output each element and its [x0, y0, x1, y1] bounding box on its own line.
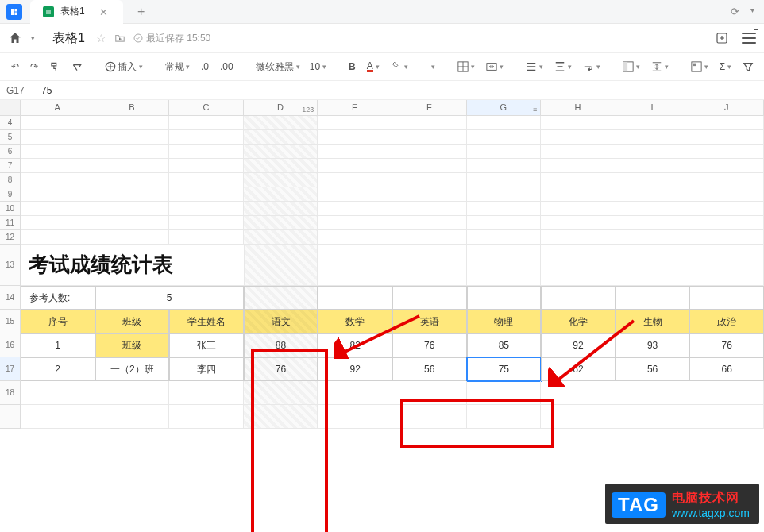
document-title[interactable]: 表格1 [52, 30, 85, 47]
data-cell[interactable]: 85 [467, 333, 542, 357]
cell[interactable] [689, 381, 764, 405]
cell[interactable] [541, 216, 615, 230]
cell[interactable] [169, 216, 244, 230]
cell[interactable] [689, 173, 764, 187]
star-icon[interactable]: ☆ [96, 32, 106, 44]
col-header-B[interactable]: B [95, 100, 170, 115]
cell[interactable] [467, 245, 542, 286]
cell[interactable] [467, 286, 542, 310]
fill-color-button[interactable]: ▾ [388, 60, 411, 74]
row-header[interactable]: 16 [0, 333, 21, 357]
cell[interactable] [541, 130, 615, 145]
data-cell[interactable]: 93 [615, 333, 690, 357]
row-header[interactable]: 11 [0, 216, 21, 230]
cell[interactable] [169, 187, 244, 202]
col-header-E[interactable]: E [318, 100, 392, 115]
redo-button[interactable]: ↷ [27, 60, 41, 74]
cell[interactable] [244, 116, 318, 130]
row-header[interactable]: 13 [0, 245, 21, 286]
col-header-G[interactable]: G≡ [467, 100, 542, 115]
cell[interactable] [467, 216, 542, 230]
cell[interactable] [169, 130, 244, 145]
cell[interactable] [318, 187, 392, 202]
freeze-button[interactable]: ▾ [619, 60, 643, 74]
cell[interactable] [95, 405, 170, 429]
refresh-icon[interactable]: ⟳ [731, 6, 739, 17]
font-size-select[interactable]: 10▾ [307, 60, 330, 74]
col-header-I[interactable]: I [615, 100, 690, 115]
cell[interactable] [169, 145, 244, 159]
cell[interactable] [21, 216, 95, 230]
cell[interactable] [689, 130, 764, 145]
cell[interactable] [169, 202, 244, 216]
cell[interactable] [244, 381, 318, 405]
cell[interactable] [689, 187, 764, 202]
cell[interactable] [95, 202, 170, 216]
undo-button[interactable]: ↶ [8, 60, 22, 74]
col-header-C[interactable]: C [169, 100, 244, 115]
cell[interactable] [689, 202, 764, 216]
cell[interactable] [244, 173, 318, 187]
row-header[interactable]: 18 [0, 381, 21, 405]
cell[interactable] [244, 286, 318, 310]
row-header[interactable] [0, 405, 21, 429]
row-header[interactable]: 17 [0, 357, 21, 381]
row-header[interactable]: 5 [0, 130, 21, 145]
col-header-F[interactable]: F [392, 100, 467, 115]
font-color-button[interactable]: A▾ [364, 60, 383, 74]
cell[interactable] [392, 381, 467, 405]
data-cell[interactable]: 1 [21, 333, 95, 357]
close-icon[interactable]: ✕ [99, 6, 110, 17]
cell[interactable] [318, 245, 392, 286]
row-header[interactable]: 14 [0, 286, 21, 310]
row-header[interactable]: 7 [0, 159, 21, 173]
cell[interactable] [169, 159, 244, 173]
cell[interactable] [169, 381, 244, 405]
col-header-cell[interactable]: 班级 [95, 310, 170, 333]
cell[interactable] [318, 405, 392, 429]
cell[interactable] [467, 381, 542, 405]
col-header-cell[interactable]: 生物 [615, 310, 690, 333]
cell[interactable] [615, 230, 690, 245]
cell[interactable] [689, 230, 764, 245]
col-header-cell[interactable]: 政治 [689, 310, 764, 333]
cell[interactable] [689, 145, 764, 159]
data-cell[interactable]: 75 [467, 357, 542, 381]
cell[interactable] [21, 145, 95, 159]
cell[interactable] [392, 286, 467, 310]
cell[interactable] [467, 187, 542, 202]
cell[interactable] [392, 173, 467, 187]
cell[interactable] [467, 202, 542, 216]
cell[interactable] [689, 159, 764, 173]
merge-button[interactable]: ▾ [483, 60, 507, 74]
col-header-cell[interactable]: 序号 [21, 310, 95, 333]
cell[interactable] [318, 116, 392, 130]
cell[interactable] [689, 286, 764, 310]
data-cell[interactable]: 56 [392, 357, 467, 381]
cell[interactable] [169, 230, 244, 245]
insert-button[interactable]: 插入▾ [102, 59, 146, 75]
tab-file-1[interactable]: 表格1 ✕ [30, 0, 123, 24]
cell[interactable] [95, 159, 170, 173]
cell[interactable] [541, 145, 615, 159]
row-height-button[interactable]: ▾ [648, 60, 672, 74]
cell[interactable] [318, 145, 392, 159]
cell[interactable] [318, 202, 392, 216]
cell[interactable] [615, 202, 690, 216]
cell[interactable] [95, 130, 170, 145]
bold-button[interactable]: B [345, 60, 359, 74]
table-title[interactable]: 考试成绩统计表 [21, 245, 244, 286]
cell[interactable] [95, 173, 170, 187]
cell[interactable] [21, 116, 95, 130]
cell[interactable] [467, 130, 542, 145]
cell[interactable] [541, 173, 615, 187]
count-label[interactable]: 参考人数: [21, 286, 95, 310]
cell[interactable] [615, 245, 690, 286]
cell[interactable] [615, 159, 690, 173]
cell[interactable] [318, 130, 392, 145]
cell[interactable] [21, 159, 95, 173]
data-cell[interactable]: 92 [541, 333, 615, 357]
cell[interactable] [615, 286, 690, 310]
cell[interactable] [392, 230, 467, 245]
cell[interactable] [615, 381, 690, 405]
